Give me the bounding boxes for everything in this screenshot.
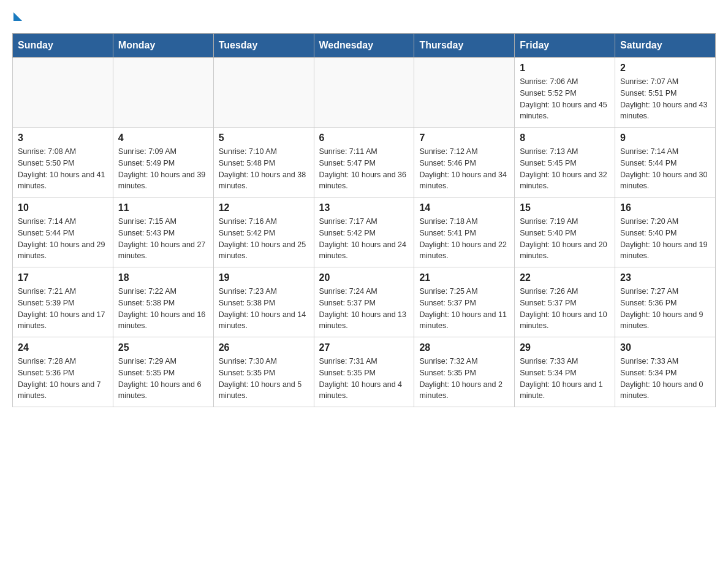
calendar-cell: 16Sunrise: 7:20 AMSunset: 5:40 PMDayligh… (615, 197, 716, 267)
page-header (12, 12, 716, 21)
calendar-cell: 26Sunrise: 7:30 AMSunset: 5:35 PMDayligh… (213, 337, 314, 407)
calendar-cell: 8Sunrise: 7:13 AMSunset: 5:45 PMDaylight… (515, 128, 615, 197)
day-number: 13 (319, 202, 409, 213)
week-row-2: 3Sunrise: 7:08 AMSunset: 5:50 PMDaylight… (13, 128, 716, 197)
day-number: 12 (219, 202, 309, 213)
calendar-cell (213, 58, 314, 128)
day-info: Sunrise: 7:16 AMSunset: 5:42 PMDaylight:… (219, 216, 309, 262)
calendar-cell: 25Sunrise: 7:29 AMSunset: 5:35 PMDayligh… (113, 337, 213, 407)
day-info: Sunrise: 7:18 AMSunset: 5:41 PMDaylight:… (419, 216, 509, 262)
day-info: Sunrise: 7:14 AMSunset: 5:44 PMDaylight:… (620, 146, 710, 192)
calendar-cell: 1Sunrise: 7:06 AMSunset: 5:52 PMDaylight… (515, 58, 615, 128)
calendar-cell: 15Sunrise: 7:19 AMSunset: 5:40 PMDayligh… (515, 197, 615, 267)
day-info: Sunrise: 7:12 AMSunset: 5:46 PMDaylight:… (419, 146, 509, 192)
day-info: Sunrise: 7:33 AMSunset: 5:34 PMDaylight:… (620, 356, 710, 402)
day-info: Sunrise: 7:13 AMSunset: 5:45 PMDaylight:… (520, 146, 610, 192)
week-row-1: 1Sunrise: 7:06 AMSunset: 5:52 PMDaylight… (13, 58, 716, 128)
calendar-cell: 5Sunrise: 7:10 AMSunset: 5:48 PMDaylight… (213, 128, 314, 197)
day-info: Sunrise: 7:15 AMSunset: 5:43 PMDaylight:… (118, 216, 208, 262)
logo-area (12, 12, 22, 21)
day-number: 30 (620, 342, 710, 353)
day-number: 26 (219, 342, 309, 353)
day-info: Sunrise: 7:09 AMSunset: 5:49 PMDaylight:… (118, 146, 208, 192)
header-tuesday: Tuesday (213, 34, 314, 58)
calendar-cell: 3Sunrise: 7:08 AMSunset: 5:50 PMDaylight… (13, 128, 113, 197)
calendar-cell: 23Sunrise: 7:27 AMSunset: 5:36 PMDayligh… (615, 267, 716, 337)
day-number: 9 (620, 132, 710, 144)
logo-triangle-icon (13, 12, 22, 21)
calendar-cell: 27Sunrise: 7:31 AMSunset: 5:35 PMDayligh… (314, 337, 414, 407)
calendar-cell: 17Sunrise: 7:21 AMSunset: 5:39 PMDayligh… (13, 267, 113, 337)
calendar-cell: 12Sunrise: 7:16 AMSunset: 5:42 PMDayligh… (213, 197, 314, 267)
day-info: Sunrise: 7:17 AMSunset: 5:42 PMDaylight:… (319, 216, 409, 262)
day-number: 22 (520, 272, 610, 283)
header-sunday: Sunday (13, 34, 113, 58)
day-info: Sunrise: 7:32 AMSunset: 5:35 PMDaylight:… (419, 356, 509, 402)
day-number: 14 (419, 202, 509, 213)
day-number: 7 (419, 132, 509, 144)
day-info: Sunrise: 7:30 AMSunset: 5:35 PMDaylight:… (219, 356, 309, 402)
day-info: Sunrise: 7:28 AMSunset: 5:36 PMDaylight:… (18, 356, 108, 402)
day-info: Sunrise: 7:31 AMSunset: 5:35 PMDaylight:… (319, 356, 409, 402)
calendar-cell (113, 58, 213, 128)
day-info: Sunrise: 7:26 AMSunset: 5:37 PMDaylight:… (520, 286, 610, 332)
day-info: Sunrise: 7:33 AMSunset: 5:34 PMDaylight:… (520, 356, 610, 402)
calendar-cell: 29Sunrise: 7:33 AMSunset: 5:34 PMDayligh… (515, 337, 615, 407)
calendar-cell: 6Sunrise: 7:11 AMSunset: 5:47 PMDaylight… (314, 128, 414, 197)
day-number: 17 (18, 272, 108, 283)
calendar-cell: 22Sunrise: 7:26 AMSunset: 5:37 PMDayligh… (515, 267, 615, 337)
week-row-5: 24Sunrise: 7:28 AMSunset: 5:36 PMDayligh… (13, 337, 716, 407)
day-info: Sunrise: 7:08 AMSunset: 5:50 PMDaylight:… (18, 146, 108, 192)
calendar-cell: 4Sunrise: 7:09 AMSunset: 5:49 PMDaylight… (113, 128, 213, 197)
day-info: Sunrise: 7:20 AMSunset: 5:40 PMDaylight:… (620, 216, 710, 262)
day-info: Sunrise: 7:11 AMSunset: 5:47 PMDaylight:… (319, 146, 409, 192)
day-number: 23 (620, 272, 710, 283)
day-info: Sunrise: 7:07 AMSunset: 5:51 PMDaylight:… (620, 76, 710, 122)
day-info: Sunrise: 7:14 AMSunset: 5:44 PMDaylight:… (18, 216, 108, 262)
day-number: 2 (620, 63, 710, 74)
calendar-table: Sunday Monday Tuesday Wednesday Thursday… (12, 33, 716, 407)
day-number: 28 (419, 342, 509, 353)
header-monday: Monday (113, 34, 213, 58)
header-saturday: Saturday (615, 34, 716, 58)
calendar-cell: 30Sunrise: 7:33 AMSunset: 5:34 PMDayligh… (615, 337, 716, 407)
calendar-cell: 10Sunrise: 7:14 AMSunset: 5:44 PMDayligh… (13, 197, 113, 267)
calendar-cell: 24Sunrise: 7:28 AMSunset: 5:36 PMDayligh… (13, 337, 113, 407)
day-number: 21 (419, 272, 509, 283)
day-number: 1 (520, 63, 610, 74)
week-row-3: 10Sunrise: 7:14 AMSunset: 5:44 PMDayligh… (13, 197, 716, 267)
day-info: Sunrise: 7:29 AMSunset: 5:35 PMDaylight:… (118, 356, 208, 402)
calendar-cell: 14Sunrise: 7:18 AMSunset: 5:41 PMDayligh… (414, 197, 515, 267)
week-row-4: 17Sunrise: 7:21 AMSunset: 5:39 PMDayligh… (13, 267, 716, 337)
calendar-cell: 9Sunrise: 7:14 AMSunset: 5:44 PMDaylight… (615, 128, 716, 197)
day-number: 15 (520, 202, 610, 213)
calendar-cell (414, 58, 515, 128)
calendar-cell (314, 58, 414, 128)
header-wednesday: Wednesday (314, 34, 414, 58)
day-number: 4 (118, 132, 208, 144)
calendar-cell: 18Sunrise: 7:22 AMSunset: 5:38 PMDayligh… (113, 267, 213, 337)
day-number: 25 (118, 342, 208, 353)
day-number: 18 (118, 272, 208, 283)
day-info: Sunrise: 7:06 AMSunset: 5:52 PMDaylight:… (520, 76, 610, 122)
calendar-cell: 19Sunrise: 7:23 AMSunset: 5:38 PMDayligh… (213, 267, 314, 337)
calendar-cell: 20Sunrise: 7:24 AMSunset: 5:37 PMDayligh… (314, 267, 414, 337)
calendar-cell: 11Sunrise: 7:15 AMSunset: 5:43 PMDayligh… (113, 197, 213, 267)
day-number: 10 (18, 202, 108, 213)
calendar-cell (13, 58, 113, 128)
calendar-cell: 7Sunrise: 7:12 AMSunset: 5:46 PMDaylight… (414, 128, 515, 197)
day-number: 8 (520, 132, 610, 144)
day-number: 29 (520, 342, 610, 353)
day-number: 19 (219, 272, 309, 283)
logo (12, 12, 22, 21)
day-info: Sunrise: 7:10 AMSunset: 5:48 PMDaylight:… (219, 146, 309, 192)
day-info: Sunrise: 7:27 AMSunset: 5:36 PMDaylight:… (620, 286, 710, 332)
day-number: 24 (18, 342, 108, 353)
header-row: Sunday Monday Tuesday Wednesday Thursday… (13, 34, 716, 58)
header-thursday: Thursday (414, 34, 515, 58)
day-number: 27 (319, 342, 409, 353)
calendar-cell: 2Sunrise: 7:07 AMSunset: 5:51 PMDaylight… (615, 58, 716, 128)
day-number: 3 (18, 132, 108, 144)
day-info: Sunrise: 7:23 AMSunset: 5:38 PMDaylight:… (219, 286, 309, 332)
day-number: 6 (319, 132, 409, 144)
